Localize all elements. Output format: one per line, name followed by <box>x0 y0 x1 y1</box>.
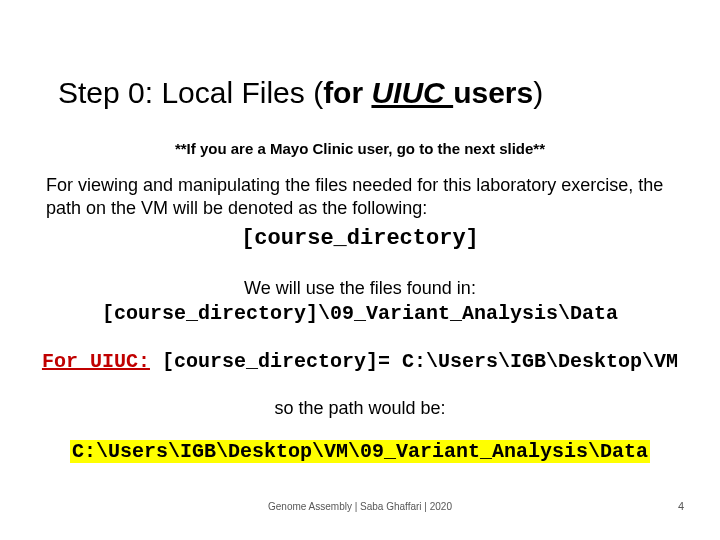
title-pre: Step 0: Local Files ( <box>58 76 323 109</box>
page-number: 4 <box>678 500 684 512</box>
title-bold-post: users <box>453 76 533 109</box>
full-path-text: C:\Users\IGB\Desktop\VM\09_Variant_Analy… <box>70 440 650 463</box>
mayo-note: **If you are a Mayo Clinic user, go to t… <box>0 140 720 157</box>
for-uiuc-label: For UIUC: <box>42 350 150 373</box>
footer-credit: Genome Assembly | Saba Ghaffari | 2020 <box>0 501 720 512</box>
body-text-1: For viewing and manipulating the files n… <box>46 174 674 219</box>
uiuc-path-value: [course_directory]= C:\Users\IGB\Desktop… <box>150 350 678 373</box>
slide: Step 0: Local Files (for UIUC users) **I… <box>0 0 720 540</box>
title-post: ) <box>533 76 543 109</box>
uiuc-path-definition: For UIUC: [course_directory]= C:\Users\I… <box>0 350 720 373</box>
body-text-3: so the path would be: <box>0 398 720 419</box>
slide-title: Step 0: Local Files (for UIUC users) <box>58 76 543 110</box>
full-path-highlighted: C:\Users\IGB\Desktop\VM\09_Variant_Analy… <box>0 440 720 463</box>
title-uiuc: UIUC <box>371 76 453 109</box>
title-bold-pre: for <box>323 76 371 109</box>
course-directory-token: [course_directory] <box>0 226 720 251</box>
data-path: [course_directory]\09_Variant_Analysis\D… <box>0 302 720 325</box>
body-text-2: We will use the files found in: <box>0 278 720 299</box>
